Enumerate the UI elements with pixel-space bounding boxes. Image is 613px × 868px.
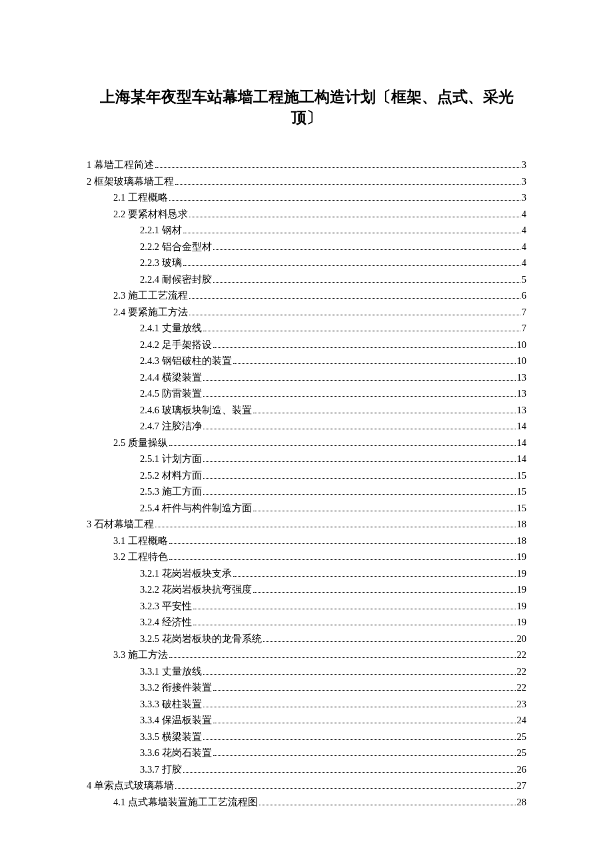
toc-dot-leader <box>263 641 516 642</box>
toc-dot-leader <box>213 689 516 691</box>
toc-entry: 4 单索点式玻璃幕墙27 <box>87 781 526 791</box>
toc-entry-label: 2.2.2 铝合金型材 <box>140 242 212 252</box>
toc-dot-leader <box>175 183 520 185</box>
toc-dot-leader <box>155 526 516 527</box>
toc-entry-label: 2.4.4 横梁装置 <box>140 373 202 383</box>
toc-entry: 3.2.2 花岗岩板块抗弯强度19 <box>87 585 526 595</box>
toc-entry-page: 13 <box>517 389 527 399</box>
toc-entry: 2.4.7 注胶洁净14 <box>87 421 526 431</box>
toc-entry-page: 25 <box>517 748 527 758</box>
toc-dot-leader <box>203 428 516 429</box>
toc-entry: 2.4.6 玻璃板块制造、装置13 <box>87 405 526 415</box>
toc-entry: 1 幕墙工程简述3 <box>87 160 526 170</box>
toc-entry-label: 4 单索点式玻璃幕墙 <box>87 781 174 791</box>
toc-entry: 3.3 施工方法22 <box>87 650 526 660</box>
toc-entry-page: 19 <box>517 569 527 579</box>
toc-entry-page: 22 <box>517 650 527 660</box>
toc-entry: 3 石材幕墙工程18 <box>87 519 526 529</box>
toc-entry: 2.5.2 材料方面15 <box>87 471 526 481</box>
toc-entry-label: 2.5.1 计划方面 <box>140 454 202 464</box>
toc-dot-leader <box>169 559 516 560</box>
toc-entry-label: 2.5.3 施工方面 <box>140 487 202 497</box>
toc-entry-page: 14 <box>517 454 527 464</box>
toc-entry-page: 4 <box>522 258 526 268</box>
toc-entry: 2.2.2 铝合金型材4 <box>87 242 526 252</box>
toc-entry: 2.4.1 丈量放线7 <box>87 323 526 333</box>
toc-entry-label: 2.4.7 注胶洁净 <box>140 421 202 431</box>
toc-dot-leader <box>253 591 516 593</box>
toc-entry: 2.4.3 钢铝破柱的装置10 <box>87 356 526 366</box>
toc-dot-leader <box>203 477 516 479</box>
toc-entry-page: 15 <box>517 471 527 481</box>
toc-entry: 3.2.5 花岗岩板块的龙骨系统20 <box>87 634 526 644</box>
toc-entry-label: 3.3.5 横梁装置 <box>140 732 202 742</box>
toc-entry-label: 3.3.1 丈量放线 <box>140 667 202 677</box>
toc-entry-label: 2.5 质量操纵 <box>113 438 168 448</box>
toc-entry-page: 26 <box>517 765 527 775</box>
toc-entry-page: 22 <box>517 683 527 693</box>
toc-entry: 3.3.5 横梁装置25 <box>87 732 526 742</box>
toc-entry-label: 3.2.3 平安性 <box>140 601 192 611</box>
toc-entry: 4.1 点式幕墙装置施工工艺流程图 28 <box>87 797 526 807</box>
toc-dot-leader <box>189 216 520 217</box>
toc-entry-page: 13 <box>517 373 527 383</box>
toc-entry: 2.3 施工工艺流程6 <box>87 291 526 301</box>
toc-entry-page: 3 <box>522 193 526 203</box>
toc-dot-leader <box>183 232 520 233</box>
toc-entry-label: 2.2.4 耐候密封胶 <box>140 275 212 285</box>
toc-entry-label: 3.3.4 保温板装置 <box>140 715 212 725</box>
toc-entry: 2.4.5 防雷装置13 <box>87 389 526 399</box>
toc-entry: 3.2.1 花岗岩板块支承19 <box>87 569 526 579</box>
toc-dot-leader <box>203 493 516 495</box>
toc-entry: 2.5.3 施工方面15 <box>87 487 526 497</box>
toc-dot-leader <box>169 657 516 658</box>
toc-entry: 3.3.7 打胶26 <box>87 765 526 775</box>
toc-entry: 3.3.1 丈量放线22 <box>87 667 526 677</box>
toc-dot-leader <box>155 167 520 168</box>
toc-entry-page: 15 <box>517 487 527 497</box>
toc-entry-page: 7 <box>522 323 526 333</box>
toc-dot-leader <box>193 608 516 609</box>
toc-dot-leader <box>203 706 516 707</box>
toc-entry-label: 2.4.5 防雷装置 <box>140 389 202 399</box>
toc-entry-page: 3 <box>522 160 526 170</box>
toc-entry-label: 3.2.4 经济性 <box>140 617 192 627</box>
document-title: 上海某年夜型车站幕墙工程施工构造计划〔框架、点式、采光顶〕 <box>87 87 526 128</box>
toc-entry: 3.2.3 平安性19 <box>87 601 526 611</box>
toc-entry: 2.2.1 钢材4 <box>87 225 526 235</box>
toc-entry-page: 10 <box>517 340 527 350</box>
toc-entry-page: 14 <box>517 438 527 448</box>
toc-dot-leader <box>233 363 516 364</box>
toc-entry-label: 2.4.2 足手架搭设 <box>140 340 212 350</box>
toc-entry-page: 3 <box>522 177 526 187</box>
toc-dot-leader <box>169 199 520 201</box>
toc-entry-label: 3.3 施工方法 <box>113 650 168 660</box>
toc-entry-page: 19 <box>517 585 527 595</box>
toc-dot-leader <box>259 804 516 805</box>
toc-entry-label: 3.3.7 打胶 <box>140 765 182 775</box>
toc-entry: 3.3.6 花岗石装置25 <box>87 748 526 758</box>
toc-dot-leader <box>203 739 516 740</box>
toc-entry: 3.3.2 衔接件装置22 <box>87 683 526 693</box>
toc-entry: 3.2 工程特色19 <box>87 552 526 562</box>
toc-dot-leader <box>233 575 516 577</box>
toc-entry: 2.5.4 杆件与构件制造方面15 <box>87 503 526 513</box>
toc-entry-page: 19 <box>517 601 527 611</box>
toc-dot-leader <box>203 461 516 462</box>
toc-entry-page: 22 <box>517 667 527 677</box>
toc-entry-label: 3.3.6 花岗石装置 <box>140 748 212 758</box>
toc-entry-label: 2.5.2 材料方面 <box>140 471 202 481</box>
toc-dot-leader <box>183 265 520 266</box>
toc-entry-label: 2.2.3 玻璃 <box>140 258 182 268</box>
toc-dot-leader <box>203 673 516 675</box>
toc-entry-label: 1 幕墙工程简述 <box>87 160 154 170</box>
toc-dot-leader <box>213 347 516 348</box>
toc-dot-leader <box>213 281 520 283</box>
toc-entry: 2 框架玻璃幕墙工程3 <box>87 177 526 187</box>
toc-entry-label: 3.1 工程概略 <box>113 536 168 546</box>
toc-entry-page: 18 <box>517 536 527 546</box>
toc-entry-page: 28 <box>517 797 527 807</box>
toc-entry-label: 2.1 工程概略 <box>113 193 168 203</box>
toc-entry: 2.2.4 耐候密封胶5 <box>87 275 526 285</box>
toc-entry: 3.3.4 保温板装置24 <box>87 715 526 725</box>
